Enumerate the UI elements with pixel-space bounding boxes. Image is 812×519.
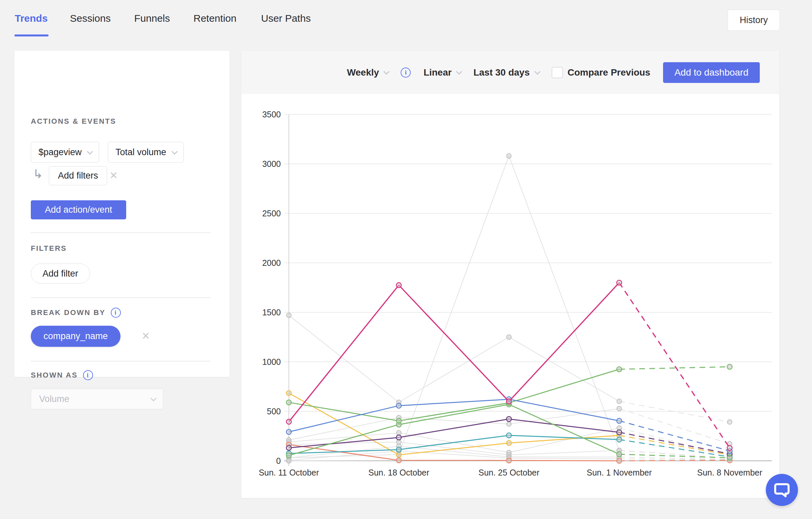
remove-breakdown-icon[interactable]: ✕ (142, 331, 150, 341)
shown-as-title: SHOWN AS (31, 371, 78, 379)
add-action-event-button[interactable]: Add action/event (31, 200, 126, 219)
svg-text:2000: 2000 (262, 258, 281, 268)
actions-events-title: ACTIONS & EVENTS (31, 117, 116, 126)
remove-event-icon[interactable]: ✕ (110, 171, 118, 181)
top-navigation: Trends Sessions Funnels Retention User P… (0, 0, 812, 40)
chat-bubble-icon (774, 483, 789, 497)
event-selector-dropdown[interactable]: $pageview (31, 142, 99, 162)
svg-text:Sun. 25 October: Sun. 25 October (478, 468, 539, 477)
shown-as-title-row: SHOWN AS i (31, 370, 93, 380)
svg-text:Sun. 8 November: Sun. 8 November (697, 468, 762, 477)
svg-text:3000: 3000 (262, 159, 281, 169)
svg-text:Sun. 11 October: Sun. 11 October (259, 468, 319, 477)
divider (31, 233, 210, 233)
svg-text:2500: 2500 (262, 209, 281, 218)
svg-text:3500: 3500 (262, 110, 281, 119)
event-selector-value: $pageview (38, 147, 82, 157)
chevron-down-icon (150, 395, 156, 401)
info-icon[interactable]: i (83, 370, 93, 380)
chat-widget-button[interactable] (766, 474, 798, 506)
chevron-down-icon (87, 149, 93, 154)
nested-arrow-icon: ↳ (33, 167, 43, 181)
breakdown-title-row: BREAK DOWN BY i (31, 308, 121, 318)
shown-as-value: Volume (39, 394, 69, 404)
divider (31, 361, 210, 362)
history-button[interactable]: History (728, 10, 780, 31)
metric-selector-value: Total volume (115, 147, 166, 157)
chevron-down-icon (171, 149, 177, 154)
breakdown-pill-company-name[interactable]: company_name (31, 326, 120, 347)
tab-trends[interactable]: Trends (15, 13, 48, 24)
breakdown-title: BREAK DOWN BY (31, 308, 106, 317)
info-icon[interactable]: i (111, 308, 121, 318)
tab-sessions[interactable]: Sessions (70, 13, 111, 24)
add-filter-button[interactable]: Add filter (31, 264, 90, 283)
svg-text:1000: 1000 (262, 357, 281, 367)
trend-line-chart: 0500100015002000250030003500Sun. 11 Octo… (241, 51, 779, 498)
trend-chart-card: Weekly i Linear Last 30 days Compare Pre… (241, 51, 779, 498)
svg-text:0: 0 (276, 456, 281, 465)
filters-title: FILTERS (31, 244, 67, 253)
svg-text:Sun. 18 October: Sun. 18 October (368, 468, 429, 477)
query-sidebar: ACTIONS & EVENTS $pageview Total volume … (14, 51, 230, 377)
divider (31, 297, 210, 298)
tab-user-paths[interactable]: User Paths (261, 13, 311, 24)
add-filters-button[interactable]: Add filters (49, 166, 107, 185)
svg-text:1500: 1500 (262, 308, 281, 317)
shown-as-select[interactable]: Volume (31, 389, 163, 409)
tab-retention[interactable]: Retention (194, 13, 236, 24)
tab-funnels[interactable]: Funnels (134, 13, 170, 24)
svg-text:Sun. 1 November: Sun. 1 November (587, 468, 652, 477)
svg-text:500: 500 (267, 407, 281, 416)
active-tab-indicator (14, 34, 49, 36)
metric-selector-dropdown[interactable]: Total volume (108, 142, 184, 162)
